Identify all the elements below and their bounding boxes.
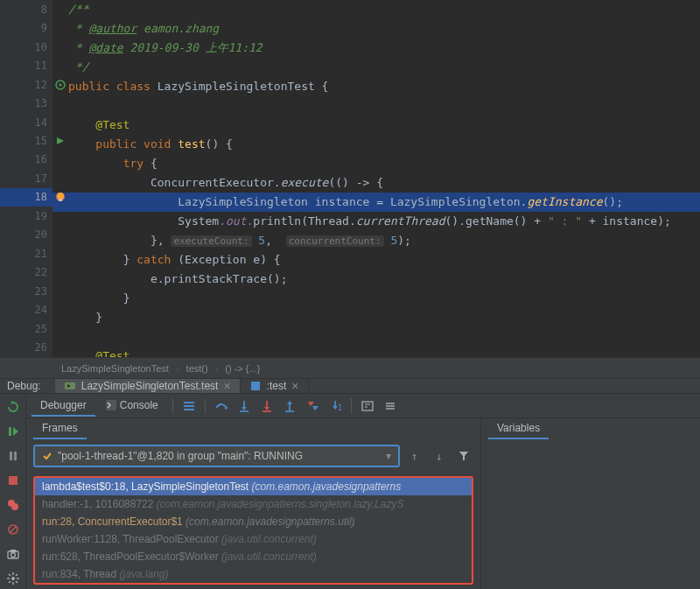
- debugger-tab[interactable]: Debugger: [32, 396, 95, 417]
- mute-breakpoints-button[interactable]: [4, 520, 23, 539]
- line-number: 15: [35, 135, 47, 147]
- view-breakpoints-button[interactable]: [4, 495, 23, 515]
- debug-session-tab[interactable]: :test ×: [241, 379, 309, 393]
- svg-rect-20: [10, 550, 16, 552]
- code-editor: 8 9 10 11 12 13 14 15 16 17 18: [0, 0, 700, 378]
- run-config-icon: [64, 380, 76, 392]
- stop-button[interactable]: [4, 471, 23, 490]
- filter-button[interactable]: [454, 446, 473, 466]
- gutter: 8 9 10 11 12 13 14 15 16 17 18: [0, 0, 52, 357]
- debug-toolbar: Debugger Console I: [26, 394, 700, 418]
- chevron-right-icon: ›: [176, 363, 179, 374]
- line-number: 14: [35, 116, 47, 129]
- line-number: 18: [35, 191, 47, 203]
- svg-line-27: [16, 581, 18, 583]
- svg-marker-45: [312, 406, 318, 410]
- line-number: 16: [35, 153, 47, 165]
- threads-icon[interactable]: [178, 396, 200, 417]
- svg-rect-4: [59, 199, 62, 201]
- line-number: 10: [35, 41, 47, 53]
- run-to-cursor-button[interactable]: I: [325, 396, 346, 417]
- next-frame-button[interactable]: ↓: [430, 446, 449, 466]
- frames-title[interactable]: Frames: [33, 418, 87, 439]
- code-content[interactable]: /** * @author eamon.zhang * @date 2019-0…: [52, 0, 700, 357]
- svg-rect-30: [106, 400, 116, 410]
- svg-marker-39: [264, 407, 270, 410]
- check-icon: [42, 451, 52, 461]
- svg-marker-55: [459, 452, 468, 460]
- force-step-into-button[interactable]: [256, 396, 277, 417]
- line-number: 21: [35, 248, 47, 260]
- svg-rect-9: [9, 427, 11, 436]
- pause-button[interactable]: [4, 446, 23, 466]
- svg-marker-44: [308, 402, 314, 406]
- svg-line-29: [16, 574, 18, 576]
- settings-button[interactable]: [4, 569, 23, 588]
- drop-frame-button[interactable]: [302, 396, 323, 417]
- camera-button[interactable]: [4, 544, 23, 564]
- breadcrumb-item[interactable]: test(): [186, 363, 208, 374]
- svg-marker-10: [13, 427, 18, 436]
- evaluate-expression-button[interactable]: [357, 396, 378, 417]
- step-into-button[interactable]: [234, 396, 255, 417]
- debug-main: Debugger Console I Frames: [26, 394, 700, 589]
- resume-button[interactable]: [4, 422, 23, 441]
- stack-frame[interactable]: runWorker:1128, ThreadPoolExecutor (java…: [35, 530, 472, 548]
- svg-rect-11: [10, 452, 12, 460]
- stack-frame[interactable]: handler:-1, 1016088722 (com.eamon.javade…: [35, 495, 472, 513]
- chevron-down-icon: ▾: [386, 450, 391, 462]
- step-out-button[interactable]: [279, 396, 300, 417]
- svg-rect-7: [251, 382, 260, 390]
- line-number: 20: [35, 228, 47, 241]
- variables-title[interactable]: Variables: [488, 418, 549, 439]
- svg-point-15: [11, 503, 18, 510]
- line-number: 12: [35, 79, 47, 91]
- svg-marker-36: [242, 407, 247, 410]
- svg-point-19: [10, 553, 15, 557]
- stack-frame[interactable]: run:28, ConcurrentExecutor$1 (com.eamon.…: [35, 513, 472, 530]
- svg-point-3: [57, 193, 64, 200]
- intention-bulb-icon[interactable]: [54, 191, 66, 203]
- breadcrumbs[interactable]: LazySimpleSingletonTest › test() › () ->…: [0, 357, 700, 378]
- line-number: 9: [41, 22, 47, 34]
- breadcrumb-item[interactable]: () -> {...}: [225, 363, 260, 374]
- run-gutter-icon[interactable]: [54, 135, 66, 147]
- debug-label: Debug:: [7, 380, 41, 392]
- console-icon: [106, 400, 116, 410]
- debug-sidebar: [0, 394, 26, 589]
- svg-line-26: [9, 574, 10, 576]
- line-number: 19: [35, 210, 47, 222]
- svg-marker-42: [287, 401, 292, 404]
- line-number: 17: [35, 172, 47, 185]
- class-icon[interactable]: [54, 79, 66, 91]
- line-number: 24: [35, 304, 47, 316]
- svg-rect-13: [9, 476, 18, 485]
- debug-header: Debug: LazySimpleSingletonTest.test × :t…: [0, 379, 700, 394]
- rerun-button[interactable]: [4, 397, 23, 417]
- stack-frame[interactable]: run:834, Thread (java.lang): [35, 565, 472, 583]
- stack-frame[interactable]: run:628, ThreadPoolExecutor$Worker (java…: [35, 548, 472, 565]
- svg-line-17: [10, 526, 17, 533]
- svg-rect-12: [14, 452, 17, 460]
- step-over-button[interactable]: [211, 396, 232, 417]
- frames-list: lambda$test$0:18, LazySimpleSingletonTes…: [33, 476, 473, 585]
- more-button[interactable]: [380, 396, 401, 417]
- debug-body: Debugger Console I Frames: [0, 394, 700, 589]
- gradle-icon: [249, 380, 262, 392]
- thread-selector[interactable]: "pool-1-thread-1"@1,820 in group "main":…: [33, 445, 400, 467]
- variables-panel: Variables: [481, 418, 700, 589]
- debug-panel: Debug: LazySimpleSingletonTest.test × :t…: [0, 378, 700, 589]
- svg-point-21: [11, 577, 15, 580]
- console-tab[interactable]: Console: [97, 396, 167, 417]
- frames-panel: Frames "pool-1-thread-1"@1,820 in group …: [26, 418, 481, 589]
- prev-frame-button[interactable]: ↑: [405, 446, 424, 466]
- svg-line-28: [9, 581, 10, 583]
- line-number: 23: [35, 285, 47, 298]
- close-tab-icon[interactable]: ×: [291, 379, 298, 393]
- svg-rect-49: [362, 402, 373, 410]
- line-number: 11: [35, 60, 47, 72]
- close-tab-icon[interactable]: ×: [223, 379, 230, 393]
- breadcrumb-item[interactable]: LazySimpleSingletonTest: [61, 363, 169, 374]
- debug-session-tab[interactable]: LazySimpleSingletonTest.test ×: [55, 379, 241, 393]
- stack-frame[interactable]: lambda$test$0:18, LazySimpleSingletonTes…: [35, 478, 472, 495]
